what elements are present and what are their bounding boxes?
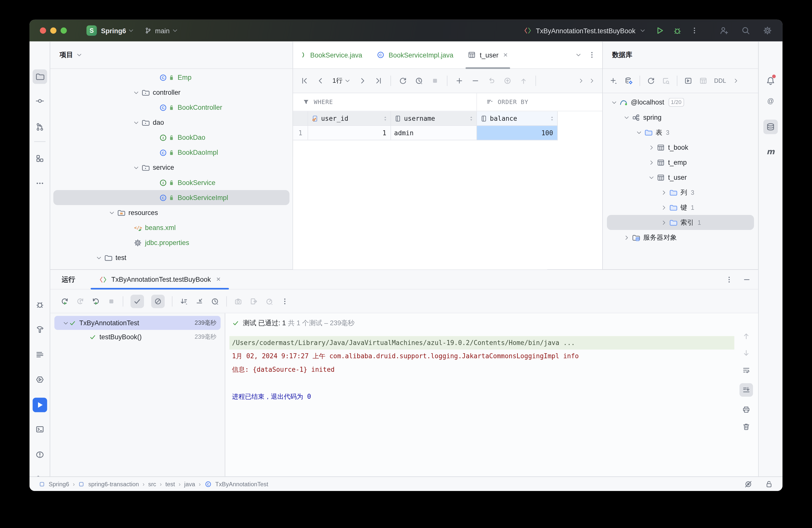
maven-tool-button[interactable]: m xyxy=(763,145,778,159)
commit-tool-button[interactable] xyxy=(33,94,47,108)
clear-console-button[interactable] xyxy=(742,423,750,431)
tree-item-service[interactable]: service xyxy=(53,160,290,175)
capture-memory-snapshot-button[interactable] xyxy=(249,297,258,305)
minimize-window-button[interactable] xyxy=(50,28,57,34)
db-item-localhost[interactable]: @localhost 1/20 xyxy=(607,95,754,110)
chevron-right-icon[interactable] xyxy=(578,78,584,84)
debug-tool-button[interactable] xyxy=(33,297,47,312)
sort-icon[interactable] xyxy=(382,115,389,121)
rerun-failed-tests-button[interactable] xyxy=(76,297,85,305)
problems-tool-button[interactable] xyxy=(33,448,47,462)
submit-changes-button[interactable] xyxy=(504,77,512,85)
project-icon[interactable]: S xyxy=(87,26,97,36)
tree-item-bookdaoimpl[interactable]: BookDaoImpl xyxy=(53,145,290,160)
build-tool-button[interactable] xyxy=(33,322,47,337)
column-header-user-id[interactable]: user_id xyxy=(308,111,391,126)
delete-row-button[interactable] xyxy=(472,77,480,85)
new-datasource-button[interactable] xyxy=(609,77,618,85)
show-ignored-toggle[interactable] xyxy=(151,294,165,308)
tree-item-resources[interactable]: resources xyxy=(53,205,290,220)
run-configuration-selector[interactable]: TxByAnnotationTest.testBuyBook xyxy=(523,27,646,35)
run-panel-options-icon[interactable] xyxy=(725,275,733,283)
stop-button[interactable] xyxy=(431,77,439,85)
db-item-spring[interactable]: spring xyxy=(607,110,754,125)
tree-item-bookservice[interactable]: BookService xyxy=(53,175,290,190)
database-tool-button[interactable] xyxy=(763,120,778,134)
db-item-t-book[interactable]: t_book xyxy=(607,140,754,155)
database-panel-title[interactable]: 数据库 xyxy=(612,50,632,59)
reload-data-button[interactable] xyxy=(399,77,407,85)
open-table-button[interactable] xyxy=(699,77,707,85)
db-item-server-objects[interactable]: 服务器对象 xyxy=(607,230,754,245)
breadcrumb-module[interactable]: spring6-transaction xyxy=(88,481,139,487)
sort-by-duration-button[interactable] xyxy=(180,297,188,305)
db-item-tables-folder[interactable]: 表 3 xyxy=(607,125,754,140)
row-number-cell[interactable]: 1 xyxy=(293,126,308,140)
db-item-t-user[interactable]: t_user xyxy=(607,170,754,185)
test-tree-item-class[interactable]: TxByAnnotationTest 239毫秒 xyxy=(55,316,221,330)
page-size-selector[interactable]: 1行 xyxy=(333,76,351,85)
datasource-properties-button[interactable] xyxy=(624,77,633,85)
print-button[interactable] xyxy=(742,406,750,414)
rerun-button[interactable] xyxy=(60,297,69,305)
order-by-filter-field[interactable]: ORDER BY xyxy=(477,93,528,111)
sort-icon[interactable] xyxy=(549,115,555,121)
rerun-test-button[interactable] xyxy=(92,297,100,305)
ai-assistant-disabled-icon[interactable] xyxy=(744,480,753,488)
prev-occurrence-button[interactable] xyxy=(742,332,750,340)
notifications-button[interactable] xyxy=(763,73,778,88)
project-selector[interactable]: Spring6 xyxy=(101,27,126,34)
more-actions-button[interactable] xyxy=(690,27,698,35)
where-filter-field[interactable]: WHERE xyxy=(293,93,477,111)
tab-bookserviceimpl-java[interactable]: BookServiceImpl.java xyxy=(369,42,461,69)
breadcrumb-project[interactable]: Spring6 xyxy=(49,481,69,487)
tab-t-user[interactable]: t_user ✕ xyxy=(461,42,515,69)
scroll-to-end-toggle[interactable] xyxy=(740,383,753,397)
stop-process-button[interactable] xyxy=(107,297,116,305)
ddl-button[interactable]: DDL xyxy=(714,78,726,84)
branch-selector[interactable]: main xyxy=(155,27,170,34)
auto-refresh-button[interactable] xyxy=(415,77,423,85)
tree-item-emp[interactable]: Emp xyxy=(53,70,290,85)
column-header-username[interactable]: username xyxy=(391,111,477,126)
search-button[interactable] xyxy=(741,26,750,35)
db-item-t-emp[interactable]: t_emp xyxy=(607,155,754,170)
column-header-balance[interactable]: balance xyxy=(477,111,558,126)
add-row-button[interactable] xyxy=(455,77,464,85)
db-item-columns-folder[interactable]: 列 3 xyxy=(607,185,754,200)
refresh-button[interactable] xyxy=(647,77,655,85)
run-button[interactable] xyxy=(655,26,664,35)
project-tool-button[interactable] xyxy=(33,70,47,84)
debug-button[interactable] xyxy=(673,26,682,35)
breadcrumb-src[interactable]: src xyxy=(148,481,156,487)
ai-assistant-button[interactable] xyxy=(763,94,778,108)
show-passed-toggle[interactable] xyxy=(130,294,144,308)
chevron-right-icon[interactable] xyxy=(589,78,595,84)
revert-changes-button[interactable] xyxy=(488,77,496,85)
close-tab-icon[interactable]: ✕ xyxy=(503,52,508,58)
tree-item-beans-xml[interactable]: beans.xml xyxy=(53,220,290,235)
todo-tool-button[interactable] xyxy=(33,348,47,362)
breadcrumb-class[interactable]: TxByAnnotationTest xyxy=(215,481,268,487)
breadcrumb-java[interactable]: java xyxy=(184,481,195,487)
db-item-keys-folder[interactable]: 键 1 xyxy=(607,200,754,215)
pull-requests-tool-button[interactable] xyxy=(33,120,47,134)
cancel-query-button[interactable] xyxy=(662,77,670,85)
soft-wrap-button[interactable] xyxy=(742,366,750,375)
settings-button[interactable] xyxy=(763,26,772,35)
more-tools-button[interactable] xyxy=(33,176,47,191)
close-window-button[interactable] xyxy=(40,28,46,34)
breadcrumb-test[interactable]: test xyxy=(165,481,175,487)
chevron-right-icon[interactable] xyxy=(733,78,739,84)
capture-snapshot-button[interactable] xyxy=(234,297,242,305)
cell-balance-selected[interactable]: 100 xyxy=(477,126,558,140)
tree-item-dao[interactable]: dao xyxy=(53,115,290,130)
tree-item-bookcontroller[interactable]: BookController xyxy=(53,100,290,115)
console-output[interactable]: /Users/codermast/Library/Java/JavaVirtua… xyxy=(225,336,734,403)
sort-icon[interactable] xyxy=(468,115,475,121)
collapse-all-button[interactable] xyxy=(195,297,203,305)
services-tool-button[interactable] xyxy=(33,372,47,387)
next-occurrence-button[interactable] xyxy=(742,349,750,357)
tree-item-jdbc-properties[interactable]: jdbc.properties xyxy=(53,235,290,250)
maximize-window-button[interactable] xyxy=(60,28,67,34)
